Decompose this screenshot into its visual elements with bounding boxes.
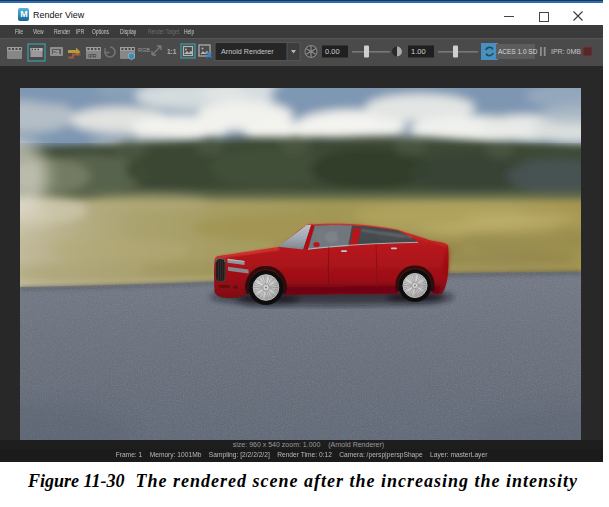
svg-text:0.00: 0.00 — [325, 47, 340, 56]
svg-text:Arnold Renderer: Arnold Renderer — [221, 47, 274, 56]
svg-text:IPR: 0MB: IPR: 0MB — [551, 48, 581, 55]
svg-text:DB: DB — [53, 50, 59, 55]
svg-text:,: , — [141, 51, 142, 57]
svg-text:ACES 1.0 SD: ACES 1.0 SD — [498, 48, 538, 55]
svg-text:RGB: RGB — [138, 47, 150, 53]
svg-text:1:1: 1:1 — [167, 48, 177, 55]
svg-text:1.00: 1.00 — [411, 47, 426, 56]
svg-text:IPR: IPR — [88, 53, 97, 59]
